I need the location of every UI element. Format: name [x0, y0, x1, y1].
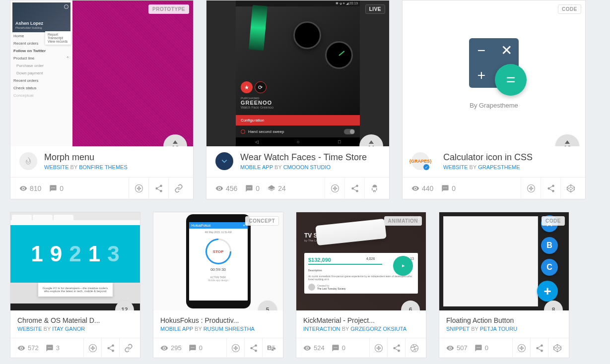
add-button[interactable]: [521, 178, 541, 199]
eye-icon: [215, 184, 223, 192]
plus-circle-icon: [135, 184, 143, 193]
comments-stat[interactable]: 0: [332, 344, 345, 352]
views-stat: 295: [160, 344, 182, 352]
tag-badge: ANIMATION: [384, 216, 422, 226]
comment-icon: [46, 344, 54, 352]
byline: INTERACTION BY GRZEGORZ OKSIUTA: [303, 326, 419, 332]
add-button[interactable]: [325, 178, 344, 199]
eye-icon: [446, 344, 454, 352]
tag-badge: CODE: [542, 216, 565, 226]
thumbnail[interactable]: A B C + CODE 8: [439, 212, 569, 310]
codepen-button[interactable]: [560, 178, 580, 199]
link-icon: [124, 344, 133, 353]
project-card[interactable]: ♡⇪ TV Stick for Episodes by The Last Tue…: [296, 212, 426, 358]
thumbnail[interactable]: 19213 Google I/O is for developers—the c…: [10, 212, 140, 310]
project-card[interactable]: 19213 Google I/O is for developers—the c…: [10, 212, 140, 358]
thumbnail[interactable]: ♡⇪ TV Stick for Episodes by The Last Tue…: [296, 212, 426, 310]
views-stat: 810: [19, 184, 41, 192]
comments-stat[interactable]: 0: [474, 344, 488, 352]
project-title[interactable]: Calculator icon in CSS: [443, 152, 576, 163]
eye-icon: [411, 184, 419, 192]
add-button[interactable]: [129, 178, 148, 199]
share-icon: [350, 184, 359, 193]
plus-circle-icon: [331, 184, 339, 193]
views-stat: 572: [17, 344, 39, 352]
project-title[interactable]: Wear Watch Faces - Time Store: [240, 152, 380, 163]
behance-button[interactable]: [262, 338, 280, 358]
byline: MOBILE APP BY RUSUM SHRESTHA: [160, 326, 276, 332]
link-button[interactable]: [168, 178, 188, 199]
eye-icon: [19, 184, 27, 192]
tag-badge: CODE: [558, 4, 581, 14]
project-grid: Ashen Lopez Placeholder Holding Report T…: [0, 0, 610, 364]
project-title[interactable]: Morph menu: [44, 152, 184, 163]
share-button[interactable]: [530, 338, 548, 358]
project-card[interactable]: ✱ ⬙ ▾ ◢ 20:19 ★⟳ PURCHASED GREENOO Watch…: [206, 0, 390, 199]
dribbble-icon: [410, 344, 419, 353]
tag-badge: PROTOTYPE: [148, 4, 189, 14]
project-card[interactable]: A B C + CODE 8 Floating Action Button SN…: [439, 212, 569, 358]
thumbnail[interactable]: −✕+ = By Grapestheme CODE 10: [403, 0, 585, 146]
behance-icon: [267, 344, 276, 353]
views-stat: 507: [446, 344, 468, 352]
share-icon: [249, 344, 258, 353]
comments-stat[interactable]: 0: [441, 184, 456, 192]
share-button[interactable]: [244, 338, 262, 358]
byline: WEBSITE BY BONFIRE THEMES: [44, 164, 184, 170]
share-button[interactable]: [541, 178, 560, 199]
comment-icon: [189, 344, 197, 352]
eye-icon: [303, 344, 311, 352]
android-button[interactable]: [364, 178, 384, 199]
project-title[interactable]: Chrome & OS Material D...: [17, 316, 133, 324]
comments-stat[interactable]: 0: [245, 184, 260, 192]
tag-badge: LIVE: [365, 4, 385, 14]
codepen-button[interactable]: [548, 338, 566, 358]
plus-circle-icon: [527, 184, 536, 193]
author-avatar[interactable]: [19, 152, 37, 170]
share-icon: [154, 184, 163, 193]
views-stat: 440: [411, 184, 433, 192]
link-button[interactable]: [119, 338, 137, 358]
add-button[interactable]: [512, 338, 530, 358]
link-icon: [174, 184, 183, 193]
codepen-icon: [553, 344, 562, 353]
plus-circle-icon: [88, 344, 97, 353]
project-card[interactable]: −✕+ = By Grapestheme CODE 10 {GRAPES} ✓ …: [402, 0, 586, 199]
share-icon: [392, 344, 401, 353]
collections-stat: 24: [268, 184, 286, 192]
author-avatar[interactable]: [215, 152, 233, 170]
project-title[interactable]: Floating Action Button: [446, 316, 562, 324]
thumbnail[interactable]: ✱ ⬙ ▾ ◢ 20:19 ★⟳ PURCHASED GREENOO Watch…: [206, 0, 389, 146]
verified-icon: ✓: [423, 164, 429, 170]
share-button[interactable]: [101, 338, 119, 358]
comments-stat[interactable]: 0: [49, 184, 64, 192]
share-button[interactable]: [344, 178, 364, 199]
add-button[interactable]: [226, 338, 244, 358]
add-button[interactable]: [369, 338, 387, 358]
project-title[interactable]: HokusFokus : Productiv...: [160, 316, 276, 324]
comment-icon: [332, 344, 339, 352]
share-icon: [546, 184, 555, 193]
thumbnail[interactable]: Ashen Lopez Placeholder Holding Report T…: [10, 0, 193, 146]
byline: MOBILE APP BY CMOOON STUDIO: [240, 164, 380, 170]
project-card[interactable]: Ashen Lopez Placeholder Holding Report T…: [10, 0, 194, 199]
project-card[interactable]: HokusFokus≡ 4th May 2015, 11:51 AM STOP …: [153, 212, 283, 358]
thumbnail[interactable]: HokusFokus≡ 4th May 2015, 11:51 AM STOP …: [153, 212, 283, 310]
upvote-button[interactable]: 11: [359, 134, 383, 146]
views-stat: 524: [303, 344, 325, 352]
share-icon: [106, 344, 115, 353]
share-button[interactable]: [387, 338, 405, 358]
comment-icon: [49, 184, 57, 192]
comments-stat[interactable]: 3: [46, 344, 60, 352]
eye-icon: [17, 344, 25, 352]
comments-stat[interactable]: 0: [189, 344, 203, 352]
dribbble-button[interactable]: [405, 338, 423, 358]
project-title[interactable]: KickMaterial - Project...: [303, 316, 419, 324]
share-button[interactable]: [148, 178, 168, 199]
stack-icon: [268, 184, 275, 192]
plus-circle-icon: [374, 344, 383, 353]
comment-icon: [245, 184, 253, 192]
android-icon: [370, 184, 379, 193]
comment-icon: [441, 184, 449, 192]
add-button[interactable]: [83, 338, 101, 358]
